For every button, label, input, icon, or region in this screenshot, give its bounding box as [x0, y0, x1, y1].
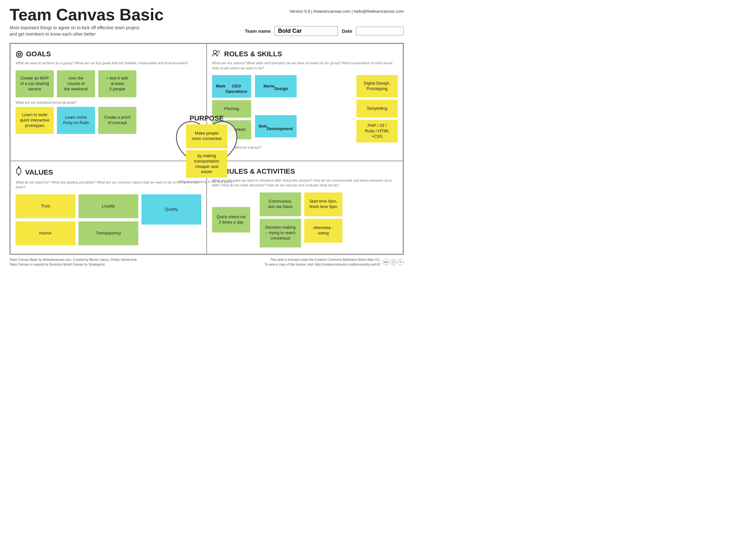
rules-desc: What are the rules we want to introduce …	[212, 178, 398, 188]
note-trust[interactable]: Trust	[15, 194, 75, 218]
team-label: Team name	[245, 28, 271, 34]
cc-icon: cc	[383, 259, 389, 265]
values-title: VALUES	[15, 166, 201, 178]
version-info: Version 0.8 | theteamcanvas.com | hello@…	[289, 9, 404, 14]
header: Team Canvas Basic Version 0.8 | theteamc…	[10, 6, 404, 23]
date-input[interactable]	[356, 27, 404, 35]
canvas-wrapper: ◎ GOALS What we want to achieve as a gro…	[10, 43, 404, 255]
note-start-time[interactable]: Start time 9am,finish time 9pm	[304, 192, 342, 216]
roles-title: ROLES & SKILLS	[212, 49, 398, 59]
note-communication[interactable]: Communica-tion via Slack	[260, 192, 301, 216]
canvas: ◎ GOALS What we want to achieve as a gro…	[10, 43, 404, 255]
values-desc: What do we stand for? What are guiding p…	[15, 180, 201, 190]
note-learn-rails[interactable]: Learn someRuby on Rails	[57, 107, 95, 134]
note-storytelling[interactable]: Storytelling	[356, 100, 398, 117]
note-create-mvp[interactable]: Create an MVPof a car-sharingservice	[15, 70, 54, 97]
roles-people-row: MarkCEOOperations Pitching User intervie…	[212, 75, 398, 143]
note-mark[interactable]: MarkCEOOperations	[212, 75, 251, 98]
note-proof-concept[interactable]: Create a proofof concept	[98, 107, 136, 134]
goals-desc: What we want to achieve as a group? What…	[15, 61, 201, 66]
note-weekend[interactable]: over thecourse ofthe weekend	[57, 70, 95, 97]
note-bob[interactable]: BobDevelopment	[255, 115, 297, 137]
svg-point-3	[16, 168, 21, 174]
roles-col-mark: MarkCEOOperations Pitching User intervie…	[212, 75, 251, 143]
values-section: VALUES What do we stand for? What are gu…	[10, 161, 207, 254]
note-pitching[interactable]: Pitching	[212, 100, 251, 118]
rules-col-right: Start time 9am,finish time 9pm otherwise…	[304, 192, 342, 247]
roles-col-skills: Digital Design,Prototyping Storytelling …	[356, 75, 398, 143]
sa-icon: ↻	[397, 259, 404, 265]
goals-personal-notes: Learn to buildquick interactiveprototype…	[15, 107, 201, 134]
note-test[interactable]: + test it withat least5 people	[98, 70, 136, 97]
note-learn-prototypes[interactable]: Learn to buildquick interactiveprototype…	[15, 107, 54, 134]
note-decision-making[interactable]: Decision making-- trying to reachconsens…	[260, 219, 301, 247]
roles-section: ROLES & SKILLS What are our names? What …	[207, 43, 403, 161]
goals-title: ◎ GOALS	[15, 49, 201, 59]
team-name-input[interactable]	[274, 26, 338, 36]
roles-col-marie: MarieDesign BobDevelopment	[255, 75, 297, 143]
goals-personal-desc: What are our individual personal goals?	[15, 100, 201, 104]
rules-icon	[212, 166, 221, 176]
goals-group-notes: Create an MVPof a car-sharingservice ove…	[15, 70, 201, 97]
date-label: Date	[342, 28, 352, 34]
note-user-interviews[interactable]: User interviews	[212, 120, 251, 139]
rules-col-middle: Communica-tion via Slack Decision making…	[260, 192, 301, 247]
note-transparency[interactable]: Transparency	[78, 221, 138, 245]
footer-left: Team Canvas Basic by theteamcanvas.com. …	[10, 257, 137, 267]
page: Team Canvas Basic Version 0.8 | theteamc…	[0, 0, 413, 271]
team-date-row: Team name Date	[245, 26, 404, 36]
by-icon: Ⓐ	[390, 259, 396, 265]
rules-title: RULES & ACTIVITIES	[212, 166, 398, 176]
footer: Team Canvas Basic by theteamcanvas.com. …	[10, 255, 404, 268]
roles-desc: What are our names? What skills and stre…	[212, 61, 398, 70]
note-humor[interactable]: Humor	[15, 221, 75, 245]
rules-col-left: Quick check-ins2 times a day	[212, 192, 250, 247]
note-marie[interactable]: MarieDesign	[255, 75, 297, 97]
version-block: Version 0.8 | theteamcanvas.com | hello@…	[289, 6, 404, 14]
footer-right: This work is licensed under the Creative…	[265, 257, 404, 267]
note-php[interactable]: PHP / JS /Ruby / HTML+CSS	[356, 120, 398, 143]
goals-icon: ◎	[15, 49, 23, 59]
note-otherwise-voting[interactable]: otherwise -voting	[304, 219, 342, 243]
note-quality[interactable]: Quality	[142, 194, 201, 225]
values-notes: Trust Loyalty Quality Humor Transparency	[15, 194, 201, 245]
note-quality-spacer: Quality	[142, 194, 201, 245]
note-digital-design[interactable]: Digital Design,Prototyping	[356, 75, 398, 97]
goals-section: ◎ GOALS What we want to achieve as a gro…	[10, 43, 207, 161]
page-title: Team Canvas Basic	[10, 6, 164, 23]
title-block: Team Canvas Basic	[10, 6, 164, 23]
rules-notes: Quick check-ins2 times a day Communica-t…	[212, 192, 398, 247]
svg-point-0	[213, 50, 217, 53]
cc-icons: cc Ⓐ ↻	[383, 259, 404, 265]
roles-icon	[212, 49, 221, 59]
values-icon	[15, 166, 22, 178]
footer-right-text: This work is licensed under the Creative…	[265, 257, 381, 267]
note-loyalty[interactable]: Loyalty	[78, 194, 138, 218]
roles-group-name-desc: What are we called as a group?	[212, 145, 398, 150]
svg-point-1	[217, 51, 220, 53]
subtitle: Most important things to agree on to kic…	[10, 25, 139, 37]
rules-section: RULES & ACTIVITIES What are the rules we…	[207, 161, 403, 254]
note-quick-checkins[interactable]: Quick check-ins2 times a day	[212, 207, 250, 233]
